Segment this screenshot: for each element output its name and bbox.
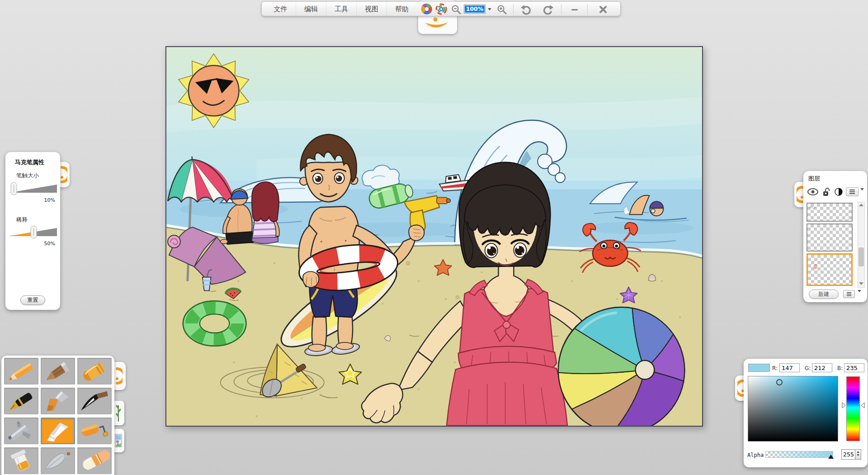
tool-pencil[interactable] xyxy=(4,358,38,385)
app-window: { "colors": { "accent-orange": "#F59B1E"… xyxy=(0,0,868,475)
tool-palette-knife[interactable] xyxy=(41,447,75,474)
alpha-slider-handle[interactable] xyxy=(828,455,834,459)
layer-lock-icon[interactable] xyxy=(822,187,830,197)
zoom-in-button[interactable] xyxy=(495,2,509,17)
g-label: G: xyxy=(805,365,811,371)
zoom-level-field[interactable]: 100% xyxy=(464,5,486,14)
hue-marker-left[interactable] xyxy=(842,402,846,408)
layer-thumbnail-3-active[interactable] xyxy=(807,253,853,286)
chevron-down-icon xyxy=(858,290,861,301)
tool-eraser[interactable] xyxy=(77,447,112,474)
tool-palette-panel xyxy=(1,356,114,475)
layer-scrollbar[interactable] xyxy=(858,202,865,288)
paint-jar-icon xyxy=(6,450,37,472)
b-label: B: xyxy=(837,365,843,371)
layer-visibility-eye-icon[interactable] xyxy=(807,187,819,196)
chevron-down-icon xyxy=(860,188,864,199)
sitting-girl xyxy=(252,182,279,243)
beach-scene-drawing xyxy=(166,47,702,426)
layer3-content xyxy=(811,263,822,274)
panel-grip-icon xyxy=(115,365,123,387)
panel-grip-icon xyxy=(797,185,804,204)
tool-airbrush[interactable] xyxy=(4,418,38,444)
alpha-spinner xyxy=(841,449,861,460)
layer-list-menu-arrow[interactable] xyxy=(858,292,861,301)
dilution-label: 稀释 xyxy=(16,216,28,224)
layer-thumbnail-1[interactable] xyxy=(807,203,853,222)
alpha-label: Alpha xyxy=(747,452,764,458)
scroll-down-icon[interactable] xyxy=(859,282,863,285)
sv-marker[interactable] xyxy=(776,379,783,385)
brush-size-slider[interactable] xyxy=(8,182,58,195)
redo-button[interactable] xyxy=(538,2,558,17)
pencil-icon xyxy=(6,360,37,383)
menu-help[interactable]: 帮助 xyxy=(387,2,417,17)
pebble xyxy=(456,296,459,299)
hamburger-icon xyxy=(846,292,852,296)
menu-tools[interactable]: 工具 xyxy=(326,2,356,17)
layer-list-menu-button[interactable] xyxy=(843,290,855,298)
undo-button[interactable] xyxy=(516,2,537,17)
scroll-up-icon[interactable] xyxy=(859,204,863,206)
undo-icon xyxy=(520,4,532,15)
mascot-pinwheel-button-1[interactable] xyxy=(420,3,433,15)
b-input[interactable] xyxy=(844,363,864,372)
layers-panel: 图层 xyxy=(803,171,867,302)
tool-marker[interactable] xyxy=(41,418,75,444)
saturation-value-field[interactable] xyxy=(748,376,838,442)
menu-file[interactable]: 文件 xyxy=(265,2,296,17)
mascot-smile-icon xyxy=(422,17,452,33)
reset-button[interactable]: 重置 xyxy=(20,295,45,305)
layer1-content xyxy=(807,205,816,210)
minimize-button[interactable] xyxy=(564,2,585,17)
alpha-spin-buttons[interactable] xyxy=(855,449,861,460)
spin-down-icon[interactable] xyxy=(857,454,859,456)
tool-grid xyxy=(4,358,112,474)
tool-crayon[interactable] xyxy=(77,358,112,385)
dilution-slider[interactable] xyxy=(8,225,58,239)
chevron-down-icon xyxy=(488,8,491,10)
crayon-icon xyxy=(79,360,110,383)
menu-view[interactable]: 视图 xyxy=(356,2,387,17)
tool-flat-brush[interactable] xyxy=(41,388,75,414)
mascot-pinwheel-button-2[interactable] xyxy=(435,3,448,15)
menu-edit[interactable]: 编辑 xyxy=(296,2,326,17)
g-input[interactable] xyxy=(812,363,832,372)
charcoal-icon xyxy=(42,360,73,383)
alpha-slider[interactable] xyxy=(765,451,833,458)
tool-ink-brush[interactable] xyxy=(77,388,112,414)
tool-charcoal[interactable] xyxy=(41,358,75,385)
r-input[interactable] xyxy=(779,363,800,372)
hue-bar[interactable] xyxy=(846,376,860,441)
zoom-out-icon xyxy=(451,4,462,15)
palette-knife-icon xyxy=(42,450,73,472)
green-swim-ring xyxy=(183,301,246,346)
new-layer-button[interactable]: 新建 xyxy=(809,290,839,299)
layer-blend-icon[interactable] xyxy=(834,187,843,196)
marker-panel-title: 马克笔属性 xyxy=(15,158,44,166)
hue-marker-right[interactable] xyxy=(861,402,865,408)
minimize-icon xyxy=(570,5,579,14)
tool-roller[interactable] xyxy=(77,418,112,444)
color-picker-panel: R: G: B: Alpha xyxy=(744,359,868,467)
tool-fountain-pen[interactable] xyxy=(4,388,38,414)
brush-size-value: 10% xyxy=(37,197,55,203)
alpha-input[interactable] xyxy=(841,449,855,460)
spin-up-icon[interactable] xyxy=(857,451,859,453)
plant-icon xyxy=(115,404,122,423)
drawing-canvas[interactable] xyxy=(165,46,703,427)
layer-thumbnail-2[interactable] xyxy=(807,223,853,252)
marker-properties-panel: 马克笔属性 笔触大小 10% 稀释 50% 重置 xyxy=(5,152,60,310)
layer-menu-button[interactable] xyxy=(846,187,859,196)
zoom-in-icon xyxy=(496,4,507,15)
zoom-level-dropdown-button[interactable] xyxy=(486,5,493,13)
close-button[interactable] xyxy=(590,2,616,17)
scrollbar-thumb[interactable] xyxy=(859,247,864,266)
panel-grip-icon xyxy=(60,165,67,185)
airbrush-icon xyxy=(6,420,37,442)
tool-paint-jar[interactable] xyxy=(4,447,38,474)
zoom-level-value: 100% xyxy=(465,5,485,13)
layer-menu-arrow[interactable] xyxy=(860,190,864,199)
current-color-swatch xyxy=(748,364,770,372)
picture-icon xyxy=(115,432,122,450)
